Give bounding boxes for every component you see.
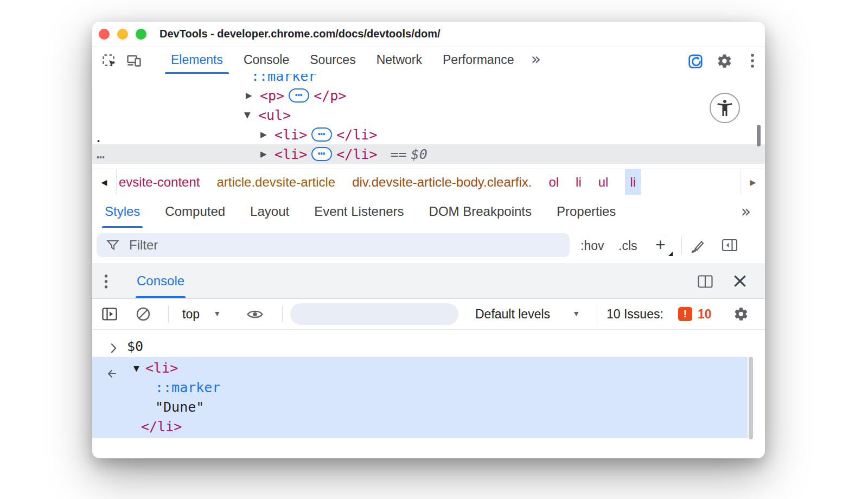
breadcrumb-item[interactable]: ul	[598, 175, 609, 190]
entry-row-marker[interactable]: ::marker	[92, 378, 748, 398]
breadcrumb-item-selected[interactable]: li	[625, 169, 641, 195]
inline-expand-icon[interactable]: …	[311, 147, 332, 161]
inspect-icon[interactable]	[100, 52, 118, 70]
minimize-window-button[interactable]	[117, 29, 128, 40]
tab-layout-label: Layout	[250, 204, 289, 219]
new-style-rule-button[interactable]: +	[655, 228, 666, 261]
accessibility-icon[interactable]	[710, 93, 740, 123]
tab-computed[interactable]: Computed	[152, 195, 238, 228]
p-open-tag[interactable]: <p>	[260, 88, 284, 104]
entry-row-close[interactable]: </li>	[92, 417, 748, 437]
styles-filter-input[interactable]	[128, 237, 560, 253]
extension-refresh-icon[interactable]	[687, 52, 705, 70]
tab-event-listeners-label: Event Listeners	[314, 204, 404, 219]
eval-result-value[interactable]: $0	[127, 336, 143, 357]
main-toolbar: Elements Console Sources Network Perform…	[92, 47, 765, 74]
more-styles-tabs-icon[interactable]: »	[727, 195, 765, 228]
tab-dom-breakpoints[interactable]: DOM Breakpoints	[417, 195, 544, 228]
li-close-tag[interactable]: </li>	[336, 146, 377, 162]
right-triangle: ▶	[750, 178, 756, 187]
toggle-element-state-button[interactable]: :hov	[580, 228, 604, 264]
breadcrumb-item[interactable]: div.devsite-article-body.clearfix.	[352, 175, 532, 190]
toolbar-divider	[597, 306, 597, 322]
inline-expand-icon[interactable]: …	[289, 88, 309, 103]
li-open-tag[interactable]: <li>	[275, 146, 307, 162]
console-sidebar-icon[interactable]	[102, 308, 117, 321]
issues-label[interactable]: 10 Issues:	[607, 299, 663, 329]
console-scrollbar-thumb[interactable]	[749, 357, 753, 439]
left-triangle: ◀	[101, 178, 107, 187]
paint-brush-icon[interactable]	[689, 238, 705, 253]
default-levels-dropdown[interactable]: Default levels	[475, 299, 550, 329]
tab-console[interactable]: Console	[233, 47, 299, 74]
expand-collapsed-icon[interactable]: ▶	[260, 149, 270, 159]
tab-performance[interactable]: Performance	[432, 47, 525, 74]
sidebar-toggle-icon[interactable]	[722, 238, 738, 252]
split-panel-icon[interactable]	[698, 275, 713, 288]
breadcrumb-scroll-left-icon[interactable]: ◀	[92, 169, 117, 195]
ul-open-tag[interactable]: <ul>	[258, 107, 291, 123]
li-open-tag[interactable]: <li>	[145, 359, 178, 378]
fullscreen-window-button[interactable]	[136, 29, 146, 40]
device-toolbar-icon[interactable]	[125, 52, 143, 70]
entry-row-text[interactable]: "Dune"	[92, 398, 748, 417]
drawer-kebab-menu-icon[interactable]	[104, 274, 108, 289]
close-window-button[interactable]	[99, 29, 110, 40]
tree-row-p[interactable]: ▶ <p> … </p>	[92, 86, 765, 105]
expand-collapsed-icon[interactable]: ▶	[246, 91, 256, 100]
default-levels-caret-icon[interactable]: ▼	[574, 299, 578, 329]
tab-sources[interactable]: Sources	[299, 47, 366, 74]
inline-expand-dots: …	[295, 85, 303, 99]
console-filter-input[interactable]	[307, 306, 465, 322]
styles-filter-field[interactable]	[97, 233, 570, 257]
breadcrumb-item[interactable]: article.devsite-article	[216, 175, 335, 190]
li-open-tag[interactable]: <li>	[275, 127, 307, 143]
tree-row-li-1[interactable]: ▶ <li> … </li>	[92, 125, 765, 144]
console-result-row[interactable]: $0	[92, 336, 765, 357]
breadcrumb-item[interactable]: evsite-content	[119, 175, 200, 190]
tree-row-ul[interactable]: ▼ <ul>	[92, 105, 765, 125]
live-expression-eye-icon[interactable]	[246, 309, 264, 320]
breadcrumb-item[interactable]: ol	[548, 175, 559, 190]
settings-gear-icon[interactable]	[715, 52, 733, 70]
expand-collapsed-icon[interactable]: ▶	[260, 130, 270, 139]
console-toolbar: top ▼ Default levels ▼ 10 Issues: ! 10	[92, 299, 765, 330]
collapse-caret-icon[interactable]: ▼	[133, 359, 139, 378]
window-title: DevTools - developer.chrome.com/docs/dev…	[159, 22, 441, 46]
tab-event-listeners[interactable]: Event Listeners	[302, 195, 416, 228]
more-tabs-icon[interactable]: »	[525, 47, 547, 74]
tab-performance-label: Performance	[443, 53, 514, 67]
toolbar-divider	[282, 306, 283, 322]
tab-properties[interactable]: Properties	[544, 195, 628, 228]
more-options-kebab-icon[interactable]	[743, 52, 762, 70]
p-close-tag[interactable]: </p>	[314, 88, 346, 104]
tree-row-li-selected[interactable]: … ▶ <li> … </li> == $0	[92, 144, 765, 164]
breadcrumb-scroll-right-icon[interactable]: ▶	[741, 169, 765, 195]
tab-network[interactable]: Network	[366, 47, 432, 74]
marker-pseudo-element[interactable]: ::marker	[155, 378, 220, 398]
context-selector[interactable]: top	[182, 299, 200, 329]
issues-icon[interactable]: !	[678, 307, 692, 321]
breadcrumb-item[interactable]: li	[576, 175, 582, 190]
new-style-rule-dropdown-corner[interactable]	[668, 252, 673, 256]
expand-expanded-icon[interactable]: ▼	[244, 110, 254, 120]
console-filter-field[interactable]	[290, 303, 458, 325]
marker-pseudo-element[interactable]: ::marker	[251, 74, 316, 84]
expanded-element-result[interactable]: ▼ <li> ::marker "Dune" </li>	[92, 357, 748, 438]
clear-console-icon[interactable]	[136, 306, 151, 322]
context-selector-caret-icon[interactable]: ▼	[215, 299, 219, 329]
entry-row-open[interactable]: ▼ <li>	[92, 359, 748, 378]
li-close-tag[interactable]: </li>	[336, 127, 377, 143]
tab-layout[interactable]: Layout	[238, 195, 302, 228]
tree-row-marker[interactable]: ::marker	[92, 74, 765, 86]
inline-expand-icon[interactable]: …	[311, 127, 332, 142]
console-settings-gear-icon[interactable]	[733, 306, 749, 322]
tab-styles[interactable]: Styles	[92, 195, 152, 228]
li-close-tag[interactable]: </li>	[141, 417, 182, 437]
elements-scrollbar-thumb[interactable]	[757, 125, 761, 146]
drawer-tab-console[interactable]: Console	[136, 264, 186, 298]
close-drawer-icon[interactable]: ×	[731, 264, 749, 297]
element-classes-button[interactable]: .cls	[618, 228, 637, 264]
issues-count[interactable]: 10	[698, 299, 712, 329]
tab-elements[interactable]: Elements	[161, 47, 233, 74]
